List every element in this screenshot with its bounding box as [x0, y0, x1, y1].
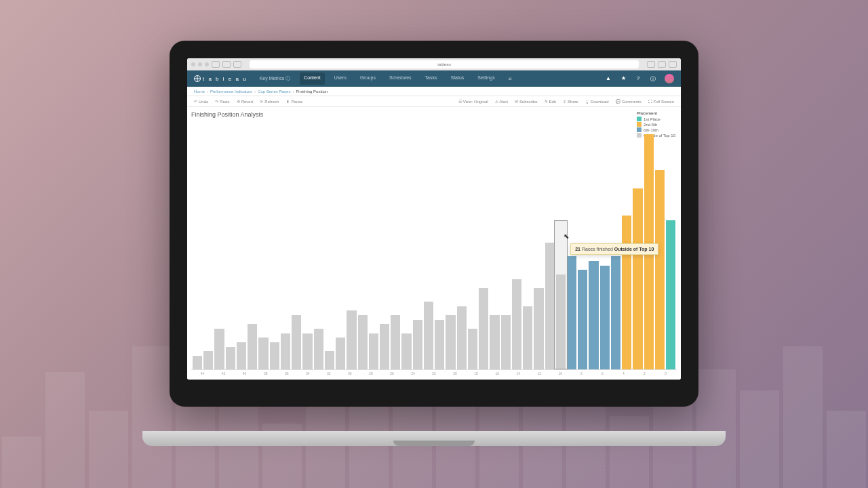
sidebar-toggle-icon[interactable]	[212, 61, 220, 68]
forward-button[interactable]	[233, 61, 241, 68]
nav-item-status[interactable]: Status	[447, 73, 469, 85]
nav-item-settings[interactable]: Settings	[473, 73, 498, 85]
bar[interactable]	[655, 170, 665, 369]
bar[interactable]	[424, 302, 433, 369]
logo-icon	[194, 75, 201, 82]
window-zoom-icon[interactable]	[205, 62, 209, 66]
tool-download[interactable]: ⭳Download	[585, 99, 609, 104]
alerts-icon[interactable]: ▲	[605, 75, 612, 82]
bar[interactable]	[193, 356, 202, 369]
nav-item-tasks[interactable]: Tasks	[421, 73, 441, 85]
breadcrumb-link[interactable]: Cup Series Races	[258, 89, 290, 94]
x-tick: 42	[214, 371, 233, 375]
bar[interactable]	[512, 279, 521, 369]
back-button[interactable]	[222, 61, 231, 68]
share-icon[interactable]	[658, 61, 666, 68]
tool-share[interactable]: ⇪Share	[563, 99, 578, 104]
bar[interactable]	[302, 333, 312, 369]
nav-item-users[interactable]: Users	[330, 73, 351, 85]
tool-full-screen[interactable]: ⛶Full Screen	[648, 99, 674, 104]
bar[interactable]	[237, 342, 246, 369]
bar[interactable]	[325, 351, 334, 369]
x-tick: 38	[256, 371, 275, 375]
nav-item-groups[interactable]: Groups	[356, 73, 380, 85]
bar[interactable]	[633, 188, 642, 369]
bar[interactable]	[534, 288, 543, 369]
bar[interactable]	[457, 306, 467, 369]
bar[interactable]	[214, 329, 224, 369]
x-tick: 10	[551, 371, 570, 375]
bar[interactable]	[380, 324, 389, 369]
bar[interactable]	[567, 256, 576, 369]
tool-pause[interactable]: ⏸Pause	[285, 99, 302, 104]
breadcrumb-link[interactable]: Home	[194, 89, 205, 94]
url-bar[interactable]: tableau	[250, 60, 639, 68]
window-minimize-icon[interactable]	[198, 62, 202, 66]
tabs-icon[interactable]	[669, 61, 677, 68]
nav-item-key-metrics-[interactable]: Key Metrics ⓘ	[256, 73, 295, 85]
nav-items: Key Metrics ⓘContentUsersGroupsSchedules…	[256, 73, 499, 85]
bar[interactable]	[413, 320, 422, 369]
bar[interactable]	[226, 347, 235, 369]
bar[interactable]	[314, 329, 323, 369]
bar[interactable]	[622, 216, 631, 369]
tool-redo[interactable]: ↷Redo	[215, 99, 229, 104]
bar[interactable]	[545, 243, 555, 369]
bar[interactable]	[270, 342, 279, 369]
reader-icon[interactable]	[647, 61, 655, 68]
favorites-icon[interactable]: ★	[620, 75, 627, 82]
brand-logo[interactable]: t a b l e a u	[194, 75, 248, 82]
tool-icon: ✎	[545, 99, 548, 104]
chart-title: Finishing Position Analysis	[191, 111, 677, 118]
x-tick: 20	[446, 371, 465, 375]
bar[interactable]	[600, 266, 610, 369]
tool-icon: ⛶	[648, 100, 652, 104]
bar[interactable]	[523, 306, 532, 369]
bar[interactable]	[358, 315, 368, 369]
bar[interactable]	[258, 338, 268, 369]
tool-edit[interactable]: ✎Edit	[545, 99, 556, 104]
bar[interactable]	[479, 288, 488, 369]
bar[interactable]	[336, 338, 345, 369]
tool-subscribe[interactable]: ✉Subscribe	[515, 99, 538, 104]
bar[interactable]	[446, 315, 455, 369]
x-tick: 14	[509, 371, 528, 375]
nav-item-schedules[interactable]: Schedules	[385, 73, 416, 85]
info-icon[interactable]: ⓘ	[650, 75, 656, 82]
chart-area[interactable]: ⬉ 21 Races finished Outside of Top 10	[191, 121, 677, 370]
breadcrumb-link[interactable]: Performance Indicators	[210, 89, 252, 94]
x-tick: 30	[340, 371, 359, 375]
bar[interactable]	[248, 324, 257, 369]
bar[interactable]	[401, 333, 411, 369]
bar[interactable]	[468, 329, 477, 369]
tool-alert[interactable]: ⚠Alert	[495, 99, 508, 104]
url-text: tableau	[437, 62, 451, 66]
x-tick: 28	[361, 371, 380, 375]
tool-undo[interactable]: ↶Undo	[194, 99, 208, 104]
bar[interactable]	[391, 315, 400, 369]
bar[interactable]	[347, 310, 356, 369]
bar[interactable]	[203, 351, 213, 369]
tool-refresh[interactable]: ⟳Refresh	[260, 99, 279, 104]
tool-revert[interactable]: ⟲Revert	[237, 99, 254, 104]
search-icon[interactable]: ⌕	[507, 75, 514, 82]
tool-comments[interactable]: 💬Comments	[616, 99, 642, 104]
window-close-icon[interactable]	[191, 62, 195, 66]
bar[interactable]	[490, 315, 499, 369]
bar[interactable]	[292, 315, 301, 369]
tooltip-count: 21	[575, 247, 580, 251]
bar[interactable]	[281, 333, 290, 369]
nav-item-content[interactable]: Content	[300, 73, 325, 85]
bar[interactable]	[589, 261, 598, 369]
bar[interactable]	[369, 333, 378, 369]
bar[interactable]	[666, 220, 675, 369]
tool-view-original[interactable]: ☰View: Original	[458, 99, 488, 104]
avatar[interactable]	[665, 74, 674, 83]
bar[interactable]	[501, 315, 511, 369]
help-icon[interactable]: ?	[635, 75, 642, 82]
x-axis: 4442403836343230282624222018161412108642…	[191, 370, 677, 375]
bar[interactable]	[578, 270, 587, 369]
bar[interactable]	[611, 256, 620, 369]
bar[interactable]	[435, 320, 444, 369]
breadcrumb-sep-icon: ›	[292, 89, 294, 94]
